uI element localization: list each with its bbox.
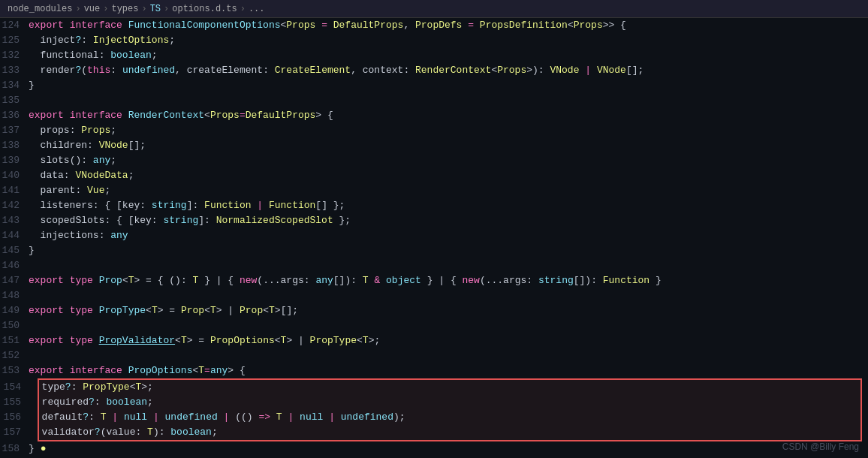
watermark: CSDN @Billy Feng bbox=[782, 441, 859, 452]
code-line-142: 142 listeners: { [key: string]: Function… bbox=[0, 198, 868, 213]
code-line-125: 125 inject?: InjectOptions; bbox=[0, 33, 868, 48]
breadcrumb: TS bbox=[150, 4, 161, 14]
breadcrumb: options.d.ts bbox=[172, 4, 237, 14]
code-line-148: 148 bbox=[0, 288, 868, 303]
code-line-146: 146 bbox=[0, 258, 868, 273]
code-line-149: 149 export type PropType<T> = Prop<T> | … bbox=[0, 303, 868, 318]
code-line-136: 136 export interface RenderContext<Props… bbox=[0, 108, 868, 123]
code-line-147: 147 export type Prop<T> = { (): T } | { … bbox=[0, 273, 868, 288]
code-line-132: 132 functional: boolean; bbox=[0, 48, 868, 63]
code-line-156: 156 default?: T | null | undefined | (()… bbox=[39, 410, 860, 425]
breadcrumb: node_modules bbox=[8, 4, 72, 14]
breadcrumb: vue bbox=[84, 4, 101, 14]
code-line-138: 138 children: VNode[]; bbox=[0, 138, 868, 153]
code-line-151: 151 export type PropValidator<T> = PropO… bbox=[0, 333, 868, 348]
code-line-157: 157 validator?(value: T): boolean; bbox=[39, 425, 860, 440]
code-line-143: 143 scopedSlots: { [key: string]: Normal… bbox=[0, 213, 868, 228]
code-content: 124 export interface FunctionalComponent… bbox=[0, 18, 868, 458]
code-line-144: 144 injections: any bbox=[0, 228, 868, 243]
code-line-141: 141 parent: Vue; bbox=[0, 183, 868, 198]
code-line-135: 135 bbox=[0, 93, 868, 108]
code-line-137: 137 props: Props; bbox=[0, 123, 868, 138]
code-line-134: 134 } bbox=[0, 78, 868, 93]
breadcrumb: types bbox=[111, 4, 138, 14]
highlight-box-container: 154 type?: PropType<T>; 155 required?: b… bbox=[38, 378, 862, 441]
code-line-152: 152 bbox=[0, 348, 868, 363]
code-line-155: 155 required?: boolean; bbox=[39, 395, 860, 410]
code-line-153: 153 export interface PropOptions<T=any> … bbox=[0, 363, 868, 378]
code-line-133: 133 render?(this: undefined, createEleme… bbox=[0, 63, 868, 78]
breadcrumb-bar: node_modules › vue › types › TS › option… bbox=[0, 0, 868, 18]
code-line-154: 154 type?: PropType<T>; bbox=[39, 380, 860, 395]
editor: 124 export interface FunctionalComponent… bbox=[0, 18, 868, 458]
breadcrumb: ... bbox=[249, 4, 265, 14]
code-line-124: 124 export interface FunctionalComponent… bbox=[0, 18, 868, 33]
code-line-150: 150 bbox=[0, 318, 868, 333]
code-line-158: 158 } ● bbox=[0, 441, 868, 456]
code-line-145: 145 } bbox=[0, 243, 868, 258]
code-line-139: 139 slots(): any; bbox=[0, 153, 868, 168]
code-line-140: 140 data: VNodeData; bbox=[0, 168, 868, 183]
